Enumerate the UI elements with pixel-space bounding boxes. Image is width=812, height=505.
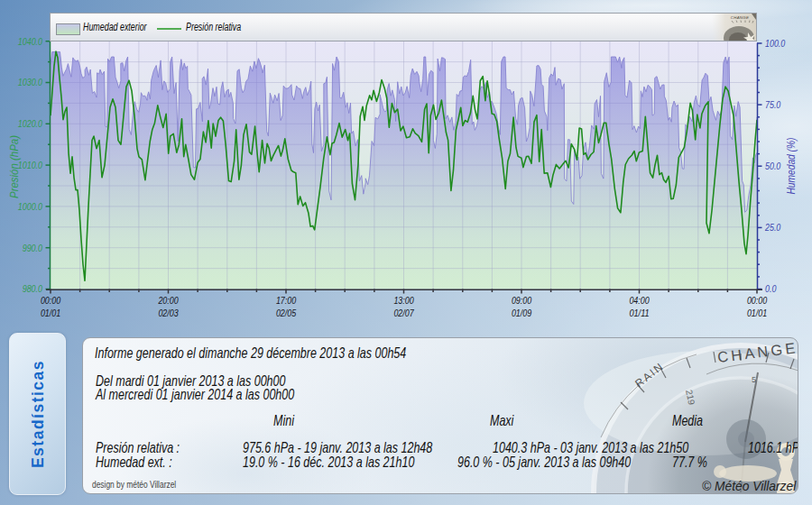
svg-text:17:00: 17:00 <box>276 295 297 306</box>
svg-text:1040.0: 1040.0 <box>18 36 43 47</box>
svg-text:13:00: 13:00 <box>393 295 414 306</box>
svg-text:1020.0: 1020.0 <box>18 118 43 129</box>
svg-text:990.0: 990.0 <box>23 243 43 253</box>
svg-text:75.0: 75.0 <box>765 99 781 110</box>
svg-text:980.0: 980.0 <box>23 283 43 294</box>
svg-text:09:00: 09:00 <box>512 295 532 306</box>
svg-text:25.0: 25.0 <box>764 222 781 233</box>
svg-text:1000.0: 1000.0 <box>18 201 43 212</box>
svg-text:0.0: 0.0 <box>765 283 777 294</box>
svg-text:01/01: 01/01 <box>41 308 60 318</box>
svg-text:50.0: 50.0 <box>765 161 781 171</box>
svg-text:20:00: 20:00 <box>158 295 180 306</box>
svg-text:00:00: 00:00 <box>41 295 61 306</box>
svg-text:1030.0: 1030.0 <box>18 77 43 87</box>
svg-text:CHANGE: CHANGE <box>731 15 750 20</box>
svg-text:02/05: 02/05 <box>276 308 297 318</box>
svg-text:01/01: 01/01 <box>747 308 767 318</box>
svg-text:02/07: 02/07 <box>393 308 414 318</box>
svg-text:100.0: 100.0 <box>765 38 786 49</box>
svg-text:02/03: 02/03 <box>158 308 179 318</box>
svg-text:00:00: 00:00 <box>747 295 768 306</box>
svg-text:1010.0: 1010.0 <box>18 160 43 170</box>
svg-text:Humedad (%): Humedad (%) <box>785 138 798 195</box>
svg-text:Presión (hPa): Presión (hPa) <box>8 135 21 198</box>
svg-text:04:00: 04:00 <box>629 295 650 306</box>
svg-text:01/09: 01/09 <box>512 308 531 318</box>
svg-text:01/11: 01/11 <box>629 308 649 318</box>
